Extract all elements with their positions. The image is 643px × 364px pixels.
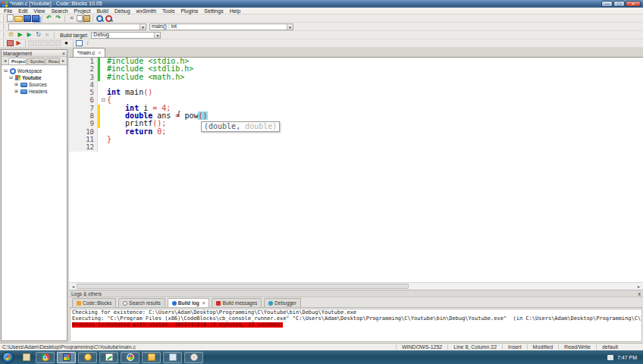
log-tab-debugger[interactable]: Debugger	[264, 298, 301, 307]
run-to-cursor-icon[interactable]	[28, 40, 34, 46]
taskbar-messenger[interactable]	[78, 352, 97, 363]
clock[interactable]: 7:47 PM	[617, 355, 637, 360]
toolbar-gripper[interactable]	[2, 15, 4, 21]
build-and-run-icon[interactable]: ▶	[25, 31, 33, 39]
paste-icon[interactable]	[83, 15, 90, 22]
toolbar-gripper[interactable]	[2, 24, 4, 30]
replace-icon[interactable]	[105, 14, 113, 22]
code-line-3[interactable]: 3#include <math.h>	[69, 74, 643, 81]
open-icon[interactable]	[14, 16, 23, 22]
maximize-button[interactable]: ▢	[613, 1, 625, 7]
menu-settings[interactable]: Settings	[204, 8, 223, 14]
taskbar-paint[interactable]	[99, 352, 118, 363]
build-target-combo[interactable]: Debug ▼	[91, 32, 161, 39]
menu-plugins[interactable]: Plugins	[180, 8, 198, 14]
next-instruction-icon[interactable]	[55, 40, 61, 46]
tab-close-icon[interactable]: ×	[98, 50, 101, 55]
cut-icon[interactable]: ×	[67, 14, 76, 22]
editor-tab-main-c[interactable]: *main.c ×	[73, 48, 105, 57]
chevron-down-icon[interactable]: ▼	[154, 33, 160, 38]
fold-marker[interactable]: ⊟	[100, 96, 107, 104]
close-tab-icon[interactable]: ×	[202, 300, 205, 306]
menu-search[interactable]: Search	[51, 8, 67, 14]
minimize-button[interactable]: —	[601, 1, 613, 7]
save-all-icon[interactable]	[32, 15, 39, 22]
code-text: #include <math.h>	[107, 74, 184, 81]
various-info-icon[interactable]: i	[83, 39, 92, 47]
expander-icon[interactable]: ⊟	[8, 75, 14, 80]
scope-combo[interactable]: main() : int ▼	[149, 24, 293, 30]
tray-icon[interactable]	[607, 355, 613, 360]
abort-icon[interactable]: ■	[43, 31, 52, 39]
symbol-search-combo[interactable]: ▼	[8, 24, 146, 30]
menu-view[interactable]: View	[33, 8, 45, 14]
taskbar-sticky-note[interactable]	[20, 352, 33, 363]
debug-window-icon[interactable]	[7, 40, 14, 46]
redo-icon[interactable]: ↷	[54, 14, 62, 22]
step-out-icon[interactable]	[49, 40, 55, 46]
run-icon[interactable]: ▶	[16, 31, 24, 39]
log-tab-codeblocks[interactable]: Code::Blocks	[72, 298, 116, 307]
new-icon[interactable]	[7, 14, 14, 22]
taskbar-codeblocks[interactable]	[57, 352, 76, 363]
code-line-12[interactable]: 12	[69, 143, 643, 151]
undo-icon[interactable]: ↶	[45, 14, 53, 22]
menu-help[interactable]: Help	[230, 8, 240, 14]
rebuild-icon[interactable]: ↻	[34, 31, 42, 39]
tab-resources[interactable]: Resou	[45, 58, 60, 64]
menu-tools[interactable]: Tools	[162, 8, 174, 14]
debugging-windows-icon[interactable]	[76, 40, 83, 46]
tree-item-headers[interactable]: ⊞ Headers	[3, 88, 65, 95]
close-icon[interactable]: x	[638, 291, 641, 297]
tab-symbols[interactable]: Symbols	[27, 58, 45, 64]
tree-item-project[interactable]: ⊟ Youtube	[3, 74, 65, 81]
stop-debugger-icon[interactable]: ●	[62, 39, 71, 47]
toolbar-gripper[interactable]	[2, 32, 4, 38]
copy-icon[interactable]	[77, 15, 83, 21]
start-button[interactable]	[2, 352, 14, 363]
tab-projects[interactable]: Projects	[8, 58, 27, 64]
scrollbar-thumb[interactable]	[77, 284, 409, 289]
debug-continue-icon[interactable]: ▶	[14, 39, 23, 47]
fold-marker	[100, 128, 107, 136]
menu-wxsmith[interactable]: wxSmith	[136, 8, 156, 14]
expander-icon[interactable]: ⊞	[14, 82, 19, 87]
code-line-4[interactable]: 4	[69, 81, 643, 89]
close-icon[interactable]: ×	[62, 51, 65, 56]
expander-icon[interactable]: ⊟	[3, 68, 8, 74]
next-line-icon[interactable]	[35, 40, 41, 46]
build-icon[interactable]: ⚙	[7, 31, 15, 39]
find-icon[interactable]	[96, 14, 104, 22]
close-button[interactable]: ×	[626, 1, 641, 7]
toolbar-gripper[interactable]	[2, 40, 4, 46]
taskbar-pictures-folder[interactable]	[142, 352, 161, 363]
code-editor[interactable]: 1#include <stdio.h>2#include <stdlib.h>3…	[69, 58, 643, 282]
menu-edit[interactable]: Edit	[18, 8, 27, 14]
step-into-icon[interactable]	[42, 40, 48, 46]
scroll-left-icon[interactable]: ◂	[70, 284, 77, 290]
log-tab-build[interactable]: Build log×	[168, 298, 210, 307]
taskbar-media-player[interactable]	[184, 352, 203, 363]
tree-item-sources[interactable]: ⊞ Sources	[3, 81, 65, 88]
code-line-5[interactable]: 5int main()	[69, 89, 643, 96]
log-tab-flag[interactable]: Build messages	[212, 298, 262, 307]
chevron-down-icon[interactable]: ▼	[140, 24, 146, 30]
menu-project[interactable]: Project	[74, 8, 91, 14]
log-tab-search[interactable]: Search results	[118, 298, 165, 307]
menu-file[interactable]: File	[4, 8, 12, 14]
menu-debug[interactable]: Debug	[114, 8, 130, 14]
menu-build[interactable]: Build	[96, 8, 108, 14]
save-icon[interactable]	[24, 15, 31, 22]
tab-scroll-left-icon[interactable]: ◄	[2, 58, 8, 64]
taskbar-chrome[interactable]	[36, 352, 55, 363]
horizontal-scrollbar[interactable]: ◂ ▸	[69, 282, 643, 290]
tab-scroll-right-icon[interactable]: ►	[61, 58, 66, 64]
scroll-right-icon[interactable]: ▸	[635, 284, 642, 290]
code-line-11[interactable]: 11}	[69, 136, 643, 143]
expander-icon[interactable]: ⊞	[14, 89, 19, 94]
taskbar-media-center[interactable]	[121, 352, 140, 363]
taskbar-photo-viewer[interactable]	[163, 352, 182, 363]
code-line-10[interactable]: 10 return 0;	[69, 128, 643, 136]
chevron-down-icon[interactable]: ▼	[287, 24, 293, 30]
tree-item-workspace[interactable]: ⊟ Workspace	[3, 67, 65, 74]
